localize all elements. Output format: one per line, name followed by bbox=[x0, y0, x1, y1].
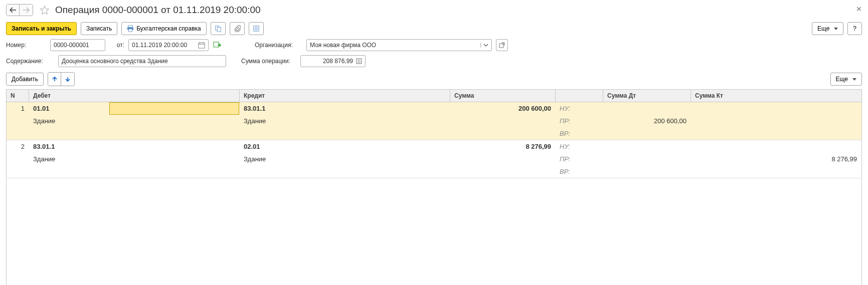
copy-icon bbox=[215, 25, 222, 32]
col-credit[interactable]: Кредит bbox=[240, 90, 450, 102]
pr-dt[interactable] bbox=[603, 153, 691, 165]
nav-back-button[interactable] bbox=[7, 5, 20, 16]
row-n: 2 bbox=[7, 140, 29, 153]
dropdown-icon[interactable] bbox=[480, 43, 488, 48]
favorite-star-icon[interactable] bbox=[39, 5, 50, 16]
window-title: Операция 0000-000001 от 01.11.2019 20:00… bbox=[55, 5, 261, 16]
calendar-icon[interactable] bbox=[198, 42, 205, 49]
pr-label: ПР: bbox=[556, 153, 603, 165]
attach-button[interactable] bbox=[230, 22, 245, 35]
debit-account[interactable]: 83.01.1 bbox=[29, 140, 240, 153]
col-sum[interactable]: Сумма bbox=[450, 90, 556, 102]
col-sumdt[interactable]: Сумма Дт bbox=[603, 90, 691, 102]
svg-point-21 bbox=[358, 62, 358, 63]
col-debit[interactable]: Дебет bbox=[29, 90, 240, 102]
org-label: Организация: bbox=[255, 42, 302, 49]
form-row-1: Номер: 0000-000001 от: 01.11.2019 20:00:… bbox=[0, 37, 868, 53]
credit-account[interactable]: 02.01 bbox=[240, 140, 450, 153]
date-input[interactable]: 01.11.2019 20:00:00 bbox=[128, 39, 209, 51]
svg-rect-9 bbox=[199, 43, 205, 49]
org-input[interactable]: Моя новая фирма ООО bbox=[306, 39, 492, 51]
svg-point-20 bbox=[360, 61, 360, 62]
debit-subconto[interactable]: Здание bbox=[29, 153, 240, 165]
pr-label: ПР: bbox=[556, 115, 603, 127]
pr-kt[interactable] bbox=[691, 115, 861, 127]
svg-rect-4 bbox=[217, 27, 221, 32]
svg-rect-13 bbox=[214, 42, 219, 47]
credit-account[interactable]: 83.01.1 bbox=[240, 102, 450, 115]
svg-rect-0 bbox=[128, 26, 133, 28]
list-button[interactable] bbox=[249, 22, 264, 35]
nu-label: НУ: bbox=[556, 140, 603, 153]
accounting-report-button[interactable]: Бухгалтерская справка bbox=[121, 22, 207, 35]
credit-subconto[interactable]: Здание bbox=[240, 115, 450, 127]
paperclip-icon bbox=[234, 25, 241, 32]
from-label: от: bbox=[109, 42, 124, 49]
svg-point-23 bbox=[360, 62, 360, 63]
table-header: N Дебет Кредит Сумма Сумма Дт Сумма Кт bbox=[7, 90, 861, 102]
credit-subconto[interactable]: Здание bbox=[240, 153, 450, 165]
opsum-input[interactable]: 208 876,99 bbox=[300, 55, 366, 67]
debit-subconto-active[interactable] bbox=[109, 102, 239, 115]
copy-button[interactable] bbox=[211, 22, 226, 35]
debit-account[interactable]: 01.01 bbox=[29, 102, 74, 115]
window-header: Операция 0000-000001 от 01.11.2019 20:00… bbox=[0, 0, 868, 20]
svg-point-22 bbox=[359, 62, 359, 63]
arrow-up-icon bbox=[52, 76, 58, 82]
opsum-label: Сумма операции: bbox=[241, 58, 296, 65]
table-row[interactable]: 1 01.01 83.01.1 200 600,00 НУ: Здание Зд… bbox=[7, 102, 861, 140]
table-more-button[interactable]: Еще bbox=[830, 73, 862, 86]
table-row[interactable]: 2 83.01.1 02.01 8 276,99 НУ: Здание Здан… bbox=[7, 140, 861, 178]
move-row-group bbox=[48, 72, 75, 86]
pr-kt[interactable]: 8 276,99 bbox=[691, 153, 861, 165]
content-input[interactable]: Дооценка основного средства Здание bbox=[58, 55, 226, 67]
col-extra bbox=[556, 90, 603, 102]
vr-label: ВР: bbox=[556, 127, 603, 140]
post-icon[interactable] bbox=[213, 41, 222, 50]
row-sum[interactable]: 200 600,00 bbox=[450, 102, 556, 115]
vr-label: ВР: bbox=[556, 165, 603, 178]
debit-subconto[interactable]: Здание bbox=[29, 115, 240, 127]
table-body[interactable]: 1 01.01 83.01.1 200 600,00 НУ: Здание Зд… bbox=[7, 102, 861, 285]
add-row-button[interactable]: Добавить bbox=[6, 73, 44, 86]
open-icon bbox=[499, 42, 505, 48]
row-sum[interactable]: 8 276,99 bbox=[450, 140, 556, 153]
close-icon[interactable]: ✕ bbox=[856, 5, 862, 13]
nu-label: НУ: bbox=[556, 102, 603, 115]
arrow-down-icon bbox=[65, 76, 71, 82]
org-open-button[interactable] bbox=[496, 39, 508, 51]
number-input[interactable]: 0000-000001 bbox=[50, 39, 105, 51]
form-row-2: Содержание: Дооценка основного средства … bbox=[0, 53, 868, 69]
main-toolbar: Записать и закрыть Записать Бухгалтерска… bbox=[0, 20, 868, 37]
svg-point-18 bbox=[358, 61, 358, 62]
col-sumkt[interactable]: Сумма Кт bbox=[691, 90, 861, 102]
save-close-button[interactable]: Записать и закрыть bbox=[6, 22, 77, 35]
more-button[interactable]: Еще bbox=[812, 22, 843, 35]
move-up-button[interactable] bbox=[48, 73, 61, 86]
col-n[interactable]: N bbox=[7, 90, 29, 102]
svg-point-19 bbox=[359, 61, 359, 62]
content-label: Содержание: bbox=[6, 58, 54, 65]
number-label: Номер: bbox=[6, 42, 46, 49]
list-icon bbox=[253, 25, 260, 32]
table-toolbar: Добавить Еще bbox=[0, 69, 868, 89]
save-button[interactable]: Записать bbox=[81, 22, 117, 35]
nav-buttons bbox=[6, 4, 33, 16]
entries-table: N Дебет Кредит Сумма Сумма Дт Сумма Кт 1… bbox=[6, 89, 862, 285]
move-down-button[interactable] bbox=[61, 73, 74, 86]
printer-icon bbox=[127, 25, 134, 32]
row-n: 1 bbox=[7, 102, 29, 115]
pr-dt[interactable]: 200 600,00 bbox=[603, 115, 691, 127]
nav-forward-button[interactable] bbox=[20, 5, 33, 16]
calculator-icon[interactable] bbox=[356, 58, 362, 64]
svg-rect-2 bbox=[129, 29, 132, 32]
help-button[interactable]: ? bbox=[847, 22, 862, 35]
